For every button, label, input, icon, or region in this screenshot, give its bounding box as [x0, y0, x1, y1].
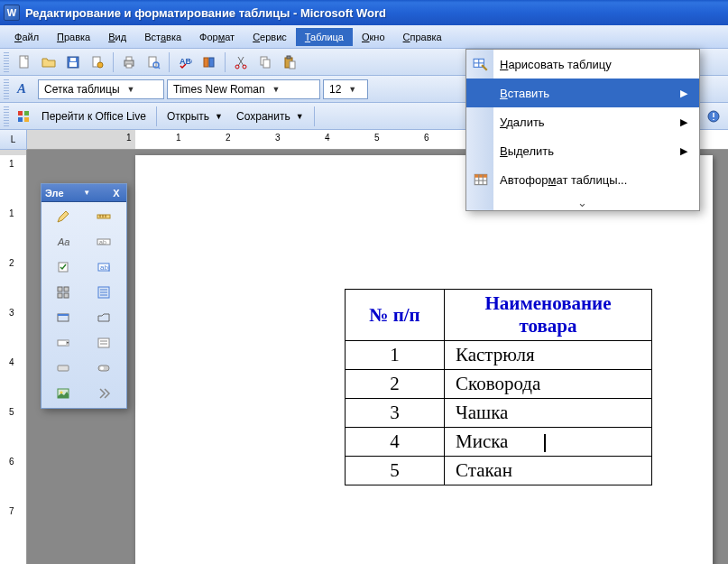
- menu-item-label: Автоформат таблицы...: [500, 173, 627, 187]
- font-combo[interactable]: Times New Roman ▼: [167, 79, 320, 99]
- svg-rect-52: [58, 365, 69, 371]
- tool-label-field[interactable]: ab: [85, 230, 123, 254]
- menu-item-вставить[interactable]: Вставить▶: [466, 79, 699, 107]
- table-row[interactable]: 2Сковорода: [346, 370, 652, 399]
- toolbox-controls[interactable]: Эле ▼ X Aa ab ab|: [41, 183, 127, 409]
- submenu-arrow-icon: ▶: [680, 116, 687, 128]
- cell-number[interactable]: 2: [346, 370, 445, 399]
- ruler-tick: 5: [374, 133, 380, 143]
- cell-name[interactable]: Чашка: [445, 399, 652, 428]
- tool-label-a[interactable]: Aa: [44, 230, 82, 254]
- copy-button[interactable]: [254, 51, 276, 73]
- office-live-icon[interactable]: [14, 106, 33, 127]
- spelling-button[interactable]: ABC: [174, 51, 196, 73]
- menu-expand-button[interactable]: ⌄: [466, 194, 699, 210]
- table-row[interactable]: 3Чашка: [346, 399, 652, 428]
- tool-ruler[interactable]: [85, 205, 123, 228]
- tool-list[interactable]: [85, 331, 123, 355]
- menu-вид[interactable]: Вид: [99, 28, 135, 46]
- toolbar-separator: [225, 52, 226, 72]
- tool-pencil[interactable]: [44, 205, 82, 228]
- font-size-value: 12: [329, 83, 341, 96]
- menu-item-удалить[interactable]: Удалить▶: [466, 107, 699, 136]
- open-live-button[interactable]: Открыть ▼: [161, 106, 228, 126]
- tool-tab[interactable]: [85, 306, 123, 329]
- ruler-tick: 2: [9, 258, 14, 268]
- menu-файл[interactable]: Файл: [5, 28, 48, 46]
- cell-name[interactable]: Кастрюля: [445, 341, 652, 370]
- table-row[interactable]: 5Стакан: [346, 457, 652, 485]
- cell-name[interactable]: Стакан: [445, 457, 652, 485]
- tool-textbox[interactable]: ab|: [85, 255, 123, 279]
- tool-frame[interactable]: [44, 306, 82, 329]
- menu-правка[interactable]: Правка: [48, 28, 99, 46]
- document-area[interactable]: № п/пНаименованиетовара 1Кастрюля2Сковор…: [27, 150, 728, 564]
- ruler-tick: 1: [176, 133, 181, 143]
- menu-формат[interactable]: Формат: [190, 28, 244, 46]
- toolbox-close-button[interactable]: X: [110, 187, 123, 199]
- print-preview-button[interactable]: [143, 51, 164, 73]
- cell-number[interactable]: 5: [346, 457, 445, 485]
- table-header[interactable]: Наименованиетовара: [445, 290, 652, 341]
- toolbar-separator: [169, 52, 170, 72]
- svg-rect-7: [126, 57, 132, 60]
- text-cursor: [544, 434, 546, 452]
- menu-таблица[interactable]: Таблица: [296, 28, 353, 46]
- save-button[interactable]: [62, 51, 84, 73]
- toolbar-overflow-button[interactable]: [703, 106, 724, 127]
- page[interactable]: № п/пНаименованиетовара 1Кастрюля2Сковор…: [135, 155, 713, 564]
- svg-rect-27: [97, 215, 110, 218]
- tool-image[interactable]: [44, 382, 82, 405]
- research-button[interactable]: [198, 51, 220, 73]
- toolbox-dropdown-arrow[interactable]: ▼: [83, 189, 90, 197]
- submenu-arrow-icon: ▶: [680, 145, 687, 157]
- toolbar-grip[interactable]: [4, 52, 9, 72]
- tool-group[interactable]: [44, 281, 82, 304]
- style-combo[interactable]: Сетка таблицы ▼: [38, 79, 164, 99]
- menu-item-автоформаттаблицы[interactable]: Автоформат таблицы...: [466, 165, 699, 194]
- ruler-tick: 6: [424, 133, 429, 143]
- cell-number[interactable]: 1: [346, 341, 445, 370]
- paste-button[interactable]: [279, 51, 300, 73]
- table-row[interactable]: 1Кастрюля: [346, 341, 652, 370]
- cell-name[interactable]: Сковорода: [445, 370, 652, 399]
- print-button[interactable]: [118, 51, 140, 73]
- open-button[interactable]: [38, 51, 60, 73]
- ruler-corner[interactable]: L: [0, 130, 27, 150]
- svg-rect-22: [18, 111, 23, 116]
- tool-form[interactable]: [85, 281, 123, 304]
- tool-checkbox[interactable]: [44, 255, 82, 279]
- font-combo-value: Times New Roman: [173, 83, 265, 96]
- cell-name[interactable]: Миска: [445, 428, 652, 457]
- new-doc-button[interactable]: [14, 51, 35, 73]
- tool-more[interactable]: [85, 382, 123, 405]
- tool-toggle[interactable]: [85, 356, 123, 380]
- menu-окно[interactable]: Окно: [353, 28, 394, 46]
- toolbar-grip[interactable]: [4, 106, 9, 126]
- menu-сервис[interactable]: Сервис: [244, 28, 296, 46]
- dropdown-arrow-icon: ▼: [215, 112, 223, 121]
- table-row[interactable]: 4Миска: [346, 428, 652, 457]
- ruler-vertical[interactable]: 11234567: [0, 150, 27, 564]
- toolbar-separator: [113, 52, 114, 72]
- cell-number[interactable]: 4: [346, 428, 445, 457]
- tool-combo[interactable]: [44, 331, 82, 355]
- menu-item-нарисоватьтаблицу[interactable]: Нарисовать таблицу: [466, 50, 699, 79]
- toolbar-grip[interactable]: [4, 79, 9, 99]
- table-header[interactable]: № п/п: [346, 290, 445, 341]
- permissions-button[interactable]: [87, 51, 108, 73]
- menu-item-выделить[interactable]: Выделить▶: [466, 136, 699, 165]
- font-size-combo[interactable]: 12 ▼: [323, 79, 368, 99]
- menu-вставка[interactable]: Вставка: [135, 28, 190, 46]
- save-live-button[interactable]: Сохранить ▼: [231, 106, 309, 126]
- menu-справка[interactable]: Справка: [394, 28, 451, 46]
- cell-number[interactable]: 3: [346, 399, 445, 428]
- submenu-arrow-icon: ▶: [680, 88, 687, 99]
- cut-button[interactable]: [230, 51, 252, 73]
- goto-office-live-button[interactable]: Перейти к Office Live: [36, 106, 152, 126]
- svg-rect-24: [18, 117, 23, 122]
- tool-button[interactable]: [44, 356, 82, 380]
- document-table[interactable]: № п/пНаименованиетовара 1Кастрюля2Сковор…: [345, 289, 652, 485]
- toolbox-titlebar[interactable]: Эле ▼ X: [41, 184, 126, 202]
- ruler-tick: 3: [9, 308, 14, 318]
